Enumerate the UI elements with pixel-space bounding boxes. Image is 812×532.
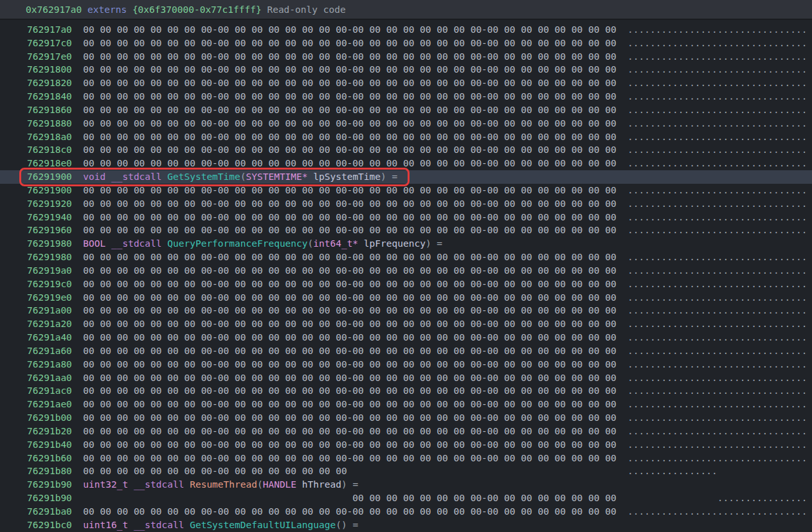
decl-token: BOOL [83, 238, 105, 249]
ascii-column: ................................ [627, 506, 807, 517]
row-address: 76291b90 [27, 493, 72, 503]
hex-row[interactable]: 762919c0 00 00 00 00 00 00 00 00-00 00 0… [0, 278, 812, 291]
hex-row[interactable]: 76291980 00 00 00 00 00 00 00 00-00 00 0… [0, 251, 812, 264]
hex-bytes: 00 00 00 00 00 00 00 00-00 00 00 00 00 0… [83, 185, 616, 195]
hex-row[interactable]: 76291ac0 00 00 00 00 00 00 00 00-00 00 0… [0, 384, 812, 398]
hex-row[interactable]: 76291ba0 00 00 00 00 00 00 00 00-00 00 0… [0, 505, 812, 519]
hex-row[interactable]: 76291820 00 00 00 00 00 00 00 00-00 00 0… [0, 76, 812, 90]
hex-row[interactable]: 76291b60 00 00 00 00 00 00 00 00-00 00 0… [0, 452, 812, 465]
column-gap [72, 118, 83, 129]
hex-row[interactable]: 76291920 00 00 00 00 00 00 00 00-00 00 0… [0, 197, 812, 211]
ascii-column: ................................ [627, 132, 807, 142]
row-address: 76291920 [27, 199, 72, 209]
column-gap [72, 412, 83, 423]
hex-row[interactable]: 76291aa0 00 00 00 00 00 00 00 00-00 00 0… [0, 371, 812, 385]
header-address-range: {0x6f370000-0x77c1ffff} [132, 4, 262, 15]
hex-bytes: 00 00 00 00 00 00 00 00-00 00 00 00 00 0… [83, 466, 616, 476]
header-section-permissions: Read-only code [267, 4, 345, 15]
hex-row[interactable]: 76291800 00 00 00 00 00 00 00 00-00 00 0… [0, 63, 812, 76]
hex-row[interactable]: 762918c0 00 00 00 00 00 00 00 00-00 00 0… [0, 143, 812, 157]
row-address: 76291a60 [27, 346, 72, 356]
decl-token: GetSystemTime [167, 172, 240, 182]
ascii-column: ................................ [627, 158, 807, 168]
column-gap [72, 145, 83, 155]
hex-row[interactable]: 76291840 00 00 00 00 00 00 00 00-00 00 0… [0, 90, 812, 103]
row-address: 762918c0 [27, 145, 72, 155]
hex-row[interactable]: 76291a20 00 00 00 00 00 00 00 00-00 00 0… [0, 317, 812, 331]
column-gap [617, 466, 627, 476]
decl-token: __stdcall [134, 479, 185, 490]
row-address: 76291900 [27, 172, 72, 182]
ascii-column: ................................ [627, 118, 807, 129]
row-address: 76291940 [27, 212, 72, 222]
hex-row[interactable]: 76291a60 00 00 00 00 00 00 00 00-00 00 0… [0, 344, 812, 358]
row-address: 762917e0 [27, 51, 72, 62]
hex-row[interactable]: 76291960 00 00 00 00 00 00 00 00-00 00 0… [0, 224, 812, 237]
declaration-row[interactable]: 76291980 BOOL __stdcall QueryPerformance… [0, 237, 812, 251]
hex-bytes: 00 00 00 00 00 00 00 00-00 00 00 00 00 0… [83, 265, 616, 276]
decl-token: lpSystemTime [313, 172, 381, 182]
row-address: 76291b80 [27, 466, 72, 476]
hex-row[interactable]: 762919e0 00 00 00 00 00 00 00 00-00 00 0… [0, 291, 812, 305]
hex-row[interactable]: 76291b00 00 00 00 00 00 00 00 00-00 00 0… [0, 411, 812, 425]
column-gap [617, 399, 627, 409]
column-gap [617, 506, 627, 517]
column-gap [72, 399, 83, 409]
hex-row[interactable]: 76291a00 00 00 00 00 00 00 00 00-00 00 0… [0, 304, 812, 317]
decl-token: = [352, 479, 358, 490]
declaration-row[interactable]: 76291900 void __stdcall GetSystemTime(SY… [0, 170, 812, 184]
hex-row[interactable]: 76291b40 00 00 00 00 00 00 00 00-00 00 0… [0, 438, 812, 452]
hex-row[interactable]: 762918e0 00 00 00 00 00 00 00 00-00 00 0… [0, 157, 812, 170]
decl-token: uint16_t [83, 520, 128, 530]
hex-row[interactable]: 76291880 00 00 00 00 00 00 00 00-00 00 0… [0, 117, 812, 130]
hex-bytes: 00 00 00 00 00 00 00 00-00 00 00 00 00 0… [83, 493, 616, 503]
column-gap [617, 426, 627, 436]
ascii-column: ................................ [627, 332, 807, 342]
decl-token: hThread [302, 479, 341, 490]
ascii-column: ................................ [627, 38, 807, 48]
hex-row[interactable]: 76291940 00 00 00 00 00 00 00 00-00 00 0… [0, 211, 812, 224]
hex-row[interactable]: 76291b90 00 00 00 00 00 00 00 00-00 00 0… [0, 492, 812, 505]
decl-token: QueryPerformanceFrequency [167, 238, 307, 249]
hex-row[interactable]: 76291b80 00 00 00 00 00 00 00 00-00 00 0… [0, 465, 812, 478]
column-gap [72, 506, 83, 517]
hex-row[interactable]: 762917e0 00 00 00 00 00 00 00 00-00 00 0… [0, 50, 812, 64]
hex-row[interactable]: 76291a80 00 00 00 00 00 00 00 00-00 00 0… [0, 358, 812, 371]
hex-row[interactable]: 762917c0 00 00 00 00 00 00 00 00-00 00 0… [0, 37, 812, 50]
row-address: 76291960 [27, 225, 72, 235]
hex-dump: 762917a0 00 00 00 00 00 00 00 00-00 00 0… [0, 20, 812, 531]
column-gap [72, 78, 83, 88]
declaration-row[interactable]: 76291bc0 uint16_t __stdcall GetSystemDef… [0, 519, 812, 532]
decl-token: ( [257, 479, 263, 490]
ascii-column: ................................ [627, 212, 807, 222]
header-spacer-1 [82, 4, 87, 15]
ascii-column: ................................ [627, 426, 807, 436]
decl-token [128, 479, 134, 490]
declaration-row[interactable]: 76291b90 uint32_t __stdcall ResumeThread… [0, 478, 812, 492]
decl-token [296, 479, 302, 490]
column-gap [72, 305, 83, 315]
decl-token: = [437, 238, 442, 249]
hex-row[interactable]: 762917a0 00 00 00 00 00 00 00 00-00 00 0… [0, 23, 812, 37]
decl-token: __stdcall [134, 520, 185, 530]
hex-row[interactable]: 76291ae0 00 00 00 00 00 00 00 00-00 00 0… [0, 398, 812, 411]
column-gap [72, 265, 83, 276]
hex-row[interactable]: 76291b20 00 00 00 00 00 00 00 00-00 00 0… [0, 425, 812, 438]
row-address: 76291ac0 [27, 386, 72, 396]
hex-row[interactable]: 762918a0 00 00 00 00 00 00 00 00-00 00 0… [0, 130, 812, 144]
hex-row[interactable]: 762919a0 00 00 00 00 00 00 00 00-00 00 0… [0, 264, 812, 278]
decl-token: HANDLE [263, 479, 296, 490]
column-gap [72, 319, 83, 329]
decl-token [105, 238, 111, 249]
decl-token [358, 238, 364, 249]
hex-row[interactable]: 76291860 00 00 00 00 00 00 00 00-00 00 0… [0, 103, 812, 117]
ascii-column: ................................ [627, 453, 807, 463]
column-gap [72, 185, 83, 195]
hex-bytes: 00 00 00 00 00 00 00 00-00 00 00 00 00 0… [83, 412, 616, 423]
hex-row[interactable]: 76291a40 00 00 00 00 00 00 00 00-00 00 0… [0, 331, 812, 344]
hex-row[interactable]: 76291900 00 00 00 00 00 00 00 00-00 00 0… [0, 184, 812, 197]
column-gap [72, 426, 83, 436]
row-address: 762917c0 [27, 38, 72, 48]
column-gap [617, 225, 627, 235]
column-gap [72, 24, 83, 35]
